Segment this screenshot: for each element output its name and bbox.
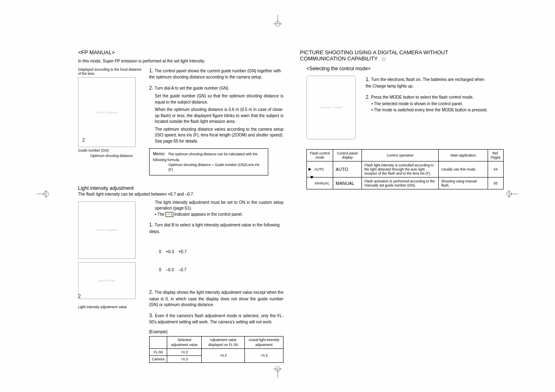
memo-box: Memo: The optimum shooting distance can … <box>149 148 268 175</box>
r-step-1-number: 1. <box>366 76 371 82</box>
callout-2b: 2 <box>78 293 81 299</box>
step-2a-text: Turn dial A to set the guide number (GN)… <box>154 86 229 90</box>
memo-label: Memo: <box>153 152 166 156</box>
camera-diagram: camera + flash <box>306 76 356 139</box>
optimum-shooting-distance-label: Optimum shooting distance <box>90 154 142 158</box>
mt-h4: Main application <box>439 150 488 161</box>
right-page: PICTURE SHOOTING USING A DIGITAL CAMERA … <box>283 41 505 198</box>
step-2c-text: When the optimum shooting distance is 0.… <box>155 107 283 125</box>
ex-h4: Actual light intensity adjustment <box>245 336 283 348</box>
ex-h2: Selected adjustment value <box>167 336 202 348</box>
left-page: <FP MANUAL> In this mode, Super FP emiss… <box>62 41 300 371</box>
mt-h2: Control panel display <box>333 150 362 161</box>
step-2d-text: The optimum shooting distance varies acc… <box>155 127 283 145</box>
step-1-text: The control panel shows the current guid… <box>149 69 281 79</box>
ex-r1c1: FL-50 <box>150 348 167 355</box>
r-step-2b-text: • The selected mode is shown in the cont… <box>371 101 489 107</box>
fp-intro: In this mode, Super FP emission is perfo… <box>78 59 283 63</box>
li-step-3-text: Even if the camera's flash adjustment mo… <box>149 314 283 324</box>
li-step-2-text: The display shows the light intensity ad… <box>149 290 283 307</box>
ex-r2c1: Camera <box>150 355 167 362</box>
step-2b-text: Set the guide number (GN) so that the op… <box>155 93 283 105</box>
gn-label: Guide number (GN) <box>78 148 142 152</box>
step-1-number: 1. <box>149 68 154 74</box>
crop-mark-left <box>37 190 49 198</box>
device-diagram-1: device diagram <box>78 77 136 147</box>
callout-2: 2 <box>82 137 85 143</box>
mt-r1c5: 54 <box>488 161 504 178</box>
li-step-2-number: 2. <box>149 289 154 295</box>
ex-h3: Adjustment value displayed on FL-50 <box>202 336 245 348</box>
r-step-2a-text: Press the MODE button to select the flas… <box>371 95 474 99</box>
li-step-1-text: Turn dial B to select a light intensity … <box>149 223 280 233</box>
mt-h3: Control operation <box>362 150 439 161</box>
li-step-1-number: 1. <box>149 222 154 228</box>
memo-line-1: The optimum shooting distance can be cal… <box>153 152 258 162</box>
mt-r2c3: Flash activation is performed according … <box>362 178 439 189</box>
fp-manual-title: <FP MANUAL> <box>78 49 283 55</box>
modes-table: Flash control mode Control panel display… <box>306 149 504 189</box>
memo-line-2: Optimum shooting distance = Guide number… <box>168 162 265 173</box>
ex-merged-c4: +0.3 <box>245 348 283 363</box>
flash-adjust-icon: ⚡± <box>166 212 173 217</box>
li-step-3-number: 3. <box>149 313 155 318</box>
mt-h1: Flash control mode <box>307 150 333 161</box>
li-text-2-suffix: indicator appears in the control panel. <box>173 212 243 217</box>
r-step-2c-text: • The mode is switched every time the MO… <box>371 107 489 113</box>
diagram-caption-top: Displayed according to the focal distanc… <box>78 67 142 76</box>
mt-r1c2: AUTO <box>333 161 362 178</box>
mt-r2c1-text: MANUAL <box>315 181 329 185</box>
li-text-1: The light intensity adjustment must be s… <box>155 200 283 212</box>
mt-h5: Ref. Pages <box>488 150 504 161</box>
ex-r2c2: +0.3 <box>167 355 202 362</box>
arrow-down-icon <box>310 176 313 179</box>
light-intensity-sub: The flash light intensity can be adjuste… <box>78 192 283 196</box>
mt-r2c5: 55 <box>488 178 504 189</box>
steps-row-2: 0 –0.3 –0.7 <box>159 267 283 273</box>
mt-r1c4: Usually use this mode. <box>439 161 488 178</box>
ex-h1 <box>150 336 167 348</box>
arrow-right-icon <box>309 168 311 171</box>
mt-r1c3: Flash light intensity is controlled acco… <box>362 161 439 178</box>
r-step-1-text: Turn the electronic flash on. The batter… <box>366 77 484 88</box>
right-title-text: PICTURE SHOOTING USING A DIGITAL CAMERA … <box>300 49 448 62</box>
r-step-2-number: 2. <box>366 94 371 100</box>
ex-r1c2: +0.3 <box>167 348 202 355</box>
example-label: [Example] <box>149 329 283 335</box>
device-diagram-block: Displayed according to the focal distanc… <box>78 67 142 175</box>
title-accent-bar <box>382 57 386 61</box>
mt-r1c1: AUTO <box>307 161 333 178</box>
ex-merged-c3: +0.3 <box>202 348 245 363</box>
mt-r2c2: MANUAL <box>333 178 362 189</box>
right-subtitle: <Selecting the control mode> <box>306 66 489 71</box>
li-text-2-prefix: • The <box>155 212 166 217</box>
light-adjust-caption: Light intensity adjustment value <box>78 305 142 309</box>
light-intensity-heading: Light intensity adjustment <box>78 185 283 191</box>
crop-mark-right <box>506 190 518 198</box>
steps-row-1: 0 +0.3 +0.7 <box>159 249 283 255</box>
mt-r2c4: Shooting using manual flash. <box>439 178 488 189</box>
example-table: Selected adjustment value Adjustment val… <box>149 336 283 363</box>
mt-r2c1: MANUAL <box>307 178 333 189</box>
mt-r1c1-text: AUTO <box>314 167 324 171</box>
right-title: PICTURE SHOOTING USING A DIGITAL CAMERA … <box>300 49 489 62</box>
device-diagram-block-2: device diagram panel detail 2 Light inte… <box>78 200 142 363</box>
device-diagram-3: panel detail <box>78 262 136 299</box>
device-diagram-2: device diagram <box>78 201 136 259</box>
step-2-number: 2. <box>149 85 154 91</box>
crop-mark-top <box>274 15 282 27</box>
